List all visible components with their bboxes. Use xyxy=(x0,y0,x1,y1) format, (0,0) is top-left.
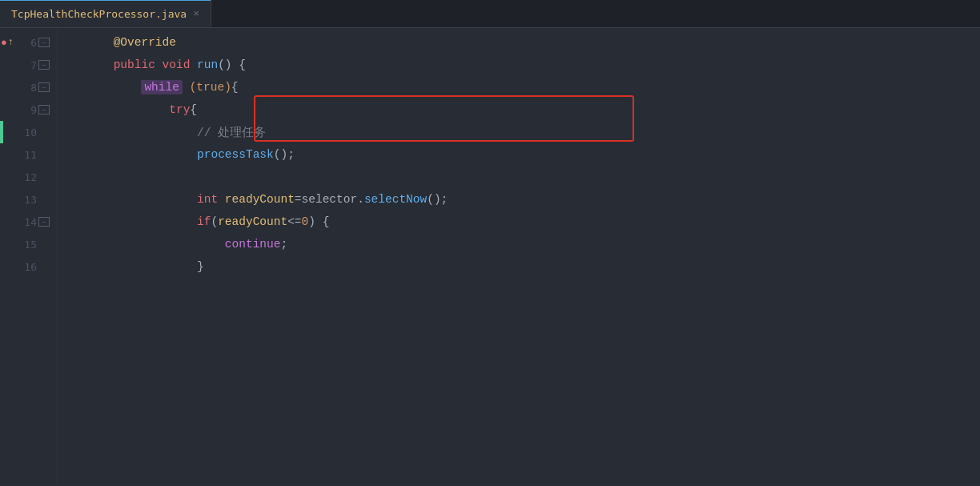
code-try-brace: { xyxy=(190,103,197,116)
line-num-14: 14 xyxy=(14,216,37,228)
code-line-15: continue ; xyxy=(58,233,980,255)
line-num-10: 10 xyxy=(14,127,37,139)
line-num-15: 15 xyxy=(14,239,37,251)
code-public: public xyxy=(114,58,155,71)
code-line-7: public void run () { xyxy=(58,54,980,76)
gutter-row-7: 7 − xyxy=(0,54,57,76)
code-selectNow: selectNow xyxy=(364,193,427,206)
code-lte: <= xyxy=(287,215,301,228)
line-num-8: 8 xyxy=(14,82,37,94)
line-indicator-6: ● ↑ xyxy=(0,37,14,48)
gutter: ● ↑ 6 − 7 − 8 − 9 − xyxy=(0,28,58,486)
code-line-11: processTask (); xyxy=(58,143,980,166)
line-num-13: 13 xyxy=(14,194,37,206)
code-true: (true) xyxy=(190,81,231,94)
code-token-annotation: @Override xyxy=(114,36,176,49)
code-selectNow-call: (); xyxy=(427,193,448,206)
gutter-row-16: 16 xyxy=(0,255,57,278)
line-num-12: 12 xyxy=(14,171,37,183)
code-continue: continue xyxy=(225,238,281,251)
code-run: run xyxy=(197,58,218,71)
code-if-paren: ( xyxy=(211,215,218,228)
active-tab[interactable]: TcpHealthCheckProcessor.java × xyxy=(0,0,211,27)
code-line-9: try { xyxy=(58,98,980,121)
tab-bar: TcpHealthCheckProcessor.java × xyxy=(0,0,980,28)
gutter-row-9: 9 − xyxy=(0,98,57,121)
code-line-10: // 处理任务 xyxy=(58,121,980,143)
line-num-16: 16 xyxy=(14,261,37,273)
code-while-brace: { xyxy=(231,81,239,94)
gutter-row-14: 14 − xyxy=(0,211,57,233)
code-try: try xyxy=(169,103,190,116)
editor-body: ● ↑ 6 − 7 − 8 − 9 − xyxy=(0,28,980,486)
code-assign: = xyxy=(295,193,302,206)
code-readyCount-2: readyCount xyxy=(218,215,287,228)
line-num-9: 9 xyxy=(14,104,37,116)
code-selector: selector xyxy=(302,193,358,206)
gutter-row-15: 15 xyxy=(0,233,57,255)
code-line-13: int readyCount = selector . selectNow ()… xyxy=(58,188,980,211)
code-line-12 xyxy=(58,166,980,188)
code-indent-6 xyxy=(58,36,114,49)
code-readyCount: readyCount xyxy=(225,193,295,206)
code-if: if xyxy=(197,215,211,228)
gutter-row-10: 10 xyxy=(0,121,57,143)
code-dot: . xyxy=(357,193,364,206)
code-void: void xyxy=(163,58,191,71)
code-comment: // 处理任务 xyxy=(197,125,266,140)
line-num-6: 6 xyxy=(14,37,37,49)
fold-9[interactable]: − xyxy=(38,105,50,114)
code-while: while xyxy=(141,80,183,94)
code-line-6: @Override xyxy=(58,31,980,54)
code-run-paren: () { xyxy=(218,58,246,71)
code-continue-semi: ; xyxy=(280,238,287,251)
code-if-brace: ) { xyxy=(308,215,329,228)
fold-7[interactable]: − xyxy=(38,60,50,70)
code-area[interactable]: @Override public void run () { while (tr xyxy=(58,28,980,486)
fold-14[interactable]: − xyxy=(38,217,50,227)
code-zero: 0 xyxy=(302,215,309,228)
gutter-row-12: 12 xyxy=(0,166,57,188)
gutter-row-8: 8 − xyxy=(0,76,57,98)
fold-8[interactable]: − xyxy=(38,82,50,92)
line-num-11: 11 xyxy=(14,149,37,161)
code-line-16: } xyxy=(58,255,980,278)
code-line-14: if ( readyCount <= 0 ) { xyxy=(58,211,980,233)
gutter-row-11: 11 xyxy=(0,143,57,166)
tab-filename: TcpHealthCheckProcessor.java xyxy=(11,8,187,20)
tab-close-icon[interactable]: × xyxy=(193,8,199,20)
gutter-row-13: 13 xyxy=(0,188,57,211)
code-int: int xyxy=(197,193,218,206)
line-num-7: 7 xyxy=(14,59,37,71)
editor-window: TcpHealthCheckProcessor.java × ● ↑ 6 − 7… xyxy=(0,0,980,486)
code-line-8: while (true) { xyxy=(58,76,980,98)
fold-6[interactable]: − xyxy=(38,38,50,47)
up-arrow: ↑ xyxy=(8,37,14,48)
code-close-brace-16: } xyxy=(197,260,204,273)
gutter-row-6: ● ↑ 6 − xyxy=(0,31,57,54)
error-indicator: ● xyxy=(1,38,7,48)
code-processTask-call: (); xyxy=(274,148,295,161)
code-processTask: processTask xyxy=(197,148,274,161)
